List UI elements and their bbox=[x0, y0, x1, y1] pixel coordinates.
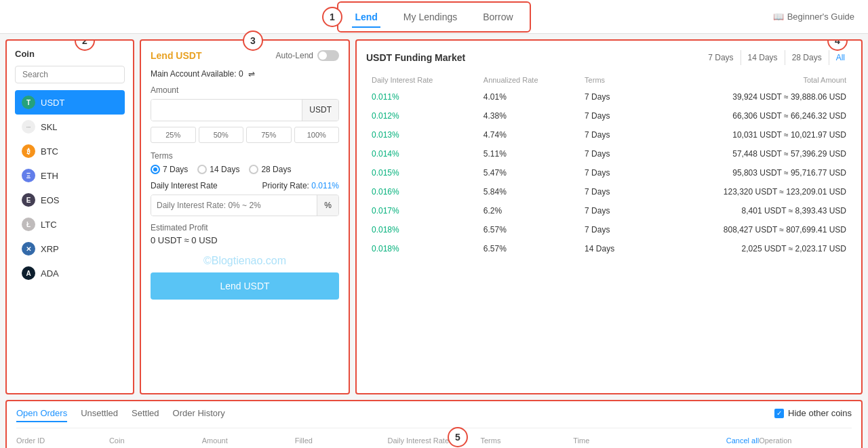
usdt-icon: T bbox=[22, 96, 35, 109]
coin-item-eth[interactable]: Ξ ETH bbox=[15, 163, 125, 188]
interest-label-row: Daily Interest Rate Priority Rate: 0.011… bbox=[151, 181, 339, 190]
terms-cell: 7 Days bbox=[580, 126, 641, 144]
priority-rate-value: 0.011% bbox=[311, 181, 339, 190]
beginner-guide-link[interactable]: 📖 Beginner's Guide bbox=[773, 12, 854, 22]
ada-icon: A bbox=[22, 266, 35, 280]
col-annualized: Annualized Rate bbox=[479, 73, 579, 87]
terms-cell: 7 Days bbox=[580, 183, 641, 201]
annualized-cell: 4.74% bbox=[479, 126, 579, 144]
coin-item-ada[interactable]: A ADA bbox=[15, 261, 125, 285]
table-row[interactable]: 0.014% 5.11% 7 Days 57,448 USDT ≈ 57,396… bbox=[368, 145, 850, 163]
main-account-row: Main Account Available: 0 ⇌ bbox=[151, 69, 339, 79]
coin-name-eos: EOS bbox=[41, 195, 59, 205]
terms-cell: 7 Days bbox=[580, 107, 641, 125]
table-row[interactable]: 0.018% 6.57% 14 Days 2,025 USDT ≈ 2,023.… bbox=[368, 240, 850, 258]
coin-item-skl[interactable]: ··· SKL bbox=[15, 115, 125, 139]
circle-4-badge: 4 bbox=[827, 39, 848, 51]
annualized-cell: 5.11% bbox=[479, 145, 579, 163]
term-14days[interactable]: 14 Days bbox=[197, 165, 239, 174]
auto-lend-toggle[interactable] bbox=[317, 50, 339, 61]
total-cell: 808,427 USDT ≈ 807,699.41 USD bbox=[642, 221, 850, 239]
term-28days[interactable]: 28 Days bbox=[249, 165, 291, 174]
daily-rate-cell: 0.015% bbox=[368, 164, 478, 182]
table-row[interactable]: 0.015% 5.47% 7 Days 95,803 USDT ≈ 95,716… bbox=[368, 164, 850, 182]
table-row[interactable]: 0.012% 4.38% 7 Days 66,306 USDT ≈ 66,246… bbox=[368, 107, 850, 125]
amount-input[interactable] bbox=[151, 100, 302, 121]
tab-my-lendings[interactable]: My Lendings bbox=[401, 6, 460, 28]
top-nav: Lend My Lendings Borrow 1 📖 Beginner's G… bbox=[0, 0, 868, 34]
tab-unsettled[interactable]: Unsettled bbox=[81, 408, 118, 422]
auto-lend-label: Auto-Lend bbox=[276, 51, 313, 60]
amount-label: Amount bbox=[151, 85, 339, 95]
coin-name-xrp: XRP bbox=[41, 244, 59, 254]
annualized-cell: 5.84% bbox=[479, 183, 579, 201]
estimated-profit-label: Estimated Profit bbox=[151, 223, 339, 232]
xrp-icon: ✕ bbox=[22, 242, 35, 256]
interest-rate-input[interactable] bbox=[151, 195, 317, 216]
annualized-cell: 4.38% bbox=[479, 107, 579, 125]
table-row[interactable]: 0.011% 4.01% 7 Days 39,924 USDT ≈ 39,888… bbox=[368, 88, 850, 106]
day-tab-7[interactable]: 7 Days bbox=[701, 50, 741, 65]
daily-rate-cell: 0.012% bbox=[368, 107, 478, 125]
terms-cell: 14 Days bbox=[580, 240, 641, 258]
terms-cell: 7 Days bbox=[580, 202, 641, 220]
table-row[interactable]: 0.018% 6.57% 7 Days 808,427 USDT ≈ 807,6… bbox=[368, 221, 850, 239]
tab-lend[interactable]: Lend bbox=[352, 6, 380, 28]
profit-value: 0 USDT ≈ 0 USD bbox=[151, 235, 339, 245]
coin-item-ltc[interactable]: Ł LTC bbox=[15, 212, 125, 237]
annualized-cell: 6.57% bbox=[479, 240, 579, 258]
radio-7days-dot bbox=[151, 165, 160, 174]
terms-section: Terms 7 Days 14 Days 28 Days bbox=[151, 151, 339, 174]
percent-buttons: 25% 50% 75% 100% bbox=[151, 127, 339, 143]
total-cell: 123,320 USDT ≈ 123,209.01 USD bbox=[642, 183, 850, 201]
hide-coins-checkbox[interactable]: ✓ bbox=[774, 409, 784, 418]
day-tabs: 7 Days 14 Days 28 Days All bbox=[701, 50, 852, 65]
hide-coins-label: Hide other coins bbox=[788, 408, 852, 418]
pct-50-button[interactable]: 50% bbox=[199, 127, 244, 143]
tab-borrow[interactable]: Borrow bbox=[480, 6, 515, 28]
col-terms: Terms bbox=[580, 73, 641, 87]
coin-item-usdt[interactable]: T USDT bbox=[15, 90, 125, 115]
pct-100-button[interactable]: 100% bbox=[294, 127, 340, 143]
market-header: USDT Funding Market 7 Days 14 Days 28 Da… bbox=[366, 50, 852, 65]
coin-panel-title: Coin bbox=[15, 49, 125, 59]
eos-icon: E bbox=[22, 193, 35, 207]
lend-usdt-button[interactable]: Lend USDT bbox=[151, 272, 339, 300]
tab-order-history[interactable]: Order History bbox=[173, 408, 225, 422]
coin-item-eos[interactable]: E EOS bbox=[15, 188, 125, 212]
daily-rate-cell: 0.014% bbox=[368, 145, 478, 163]
total-cell: 10,031 USDT ≈ 10,021.97 USD bbox=[642, 126, 850, 144]
circle-3-badge: 3 bbox=[243, 30, 263, 51]
coin-name-usdt: USDT bbox=[41, 98, 64, 108]
hide-coins-row: ✓ Hide other coins bbox=[774, 408, 852, 418]
search-input[interactable] bbox=[15, 66, 125, 83]
terms-cell: 7 Days bbox=[580, 221, 641, 239]
edit-icon[interactable]: ⇌ bbox=[248, 69, 255, 79]
pct-75-button[interactable]: 75% bbox=[246, 127, 292, 143]
annualized-cell: 5.47% bbox=[479, 164, 579, 182]
pct-25-button[interactable]: 25% bbox=[151, 127, 196, 143]
table-row[interactable]: 0.017% 6.2% 7 Days 8,401 USDT ≈ 8,393.43… bbox=[368, 202, 850, 220]
col-daily-rate: Daily Interest Rate bbox=[368, 73, 478, 87]
radio-group: 7 Days 14 Days 28 Days bbox=[151, 165, 339, 174]
col-terms: Terms bbox=[480, 436, 573, 445]
col-cancel-all[interactable]: Cancel all bbox=[666, 436, 759, 445]
coin-item-xrp[interactable]: ✕ XRP bbox=[15, 237, 125, 261]
tab-open-orders[interactable]: Open Orders bbox=[16, 408, 67, 422]
table-row[interactable]: 0.013% 4.74% 7 Days 10,031 USDT ≈ 10,021… bbox=[368, 126, 850, 144]
col-amount: Amount bbox=[202, 436, 295, 445]
nav-tabs: Lend My Lendings Borrow bbox=[337, 1, 530, 33]
coin-name-skl: SKL bbox=[41, 122, 58, 132]
day-tab-14[interactable]: 14 Days bbox=[741, 50, 785, 65]
day-tab-all[interactable]: All bbox=[829, 50, 852, 65]
day-tab-28[interactable]: 28 Days bbox=[785, 50, 829, 65]
lend-header: Lend USDT Auto-Lend bbox=[151, 50, 339, 61]
coin-panel: 2 Coin T USDT ··· SKL ₿ BTC Ξ ETH E EOS … bbox=[5, 39, 134, 394]
priority-rate-label: Priority Rate: 0.011% bbox=[262, 181, 339, 190]
annualized-cell: 4.01% bbox=[479, 88, 579, 106]
tab-settled[interactable]: Settled bbox=[132, 408, 159, 422]
term-7days[interactable]: 7 Days bbox=[151, 165, 188, 174]
coin-item-btc[interactable]: ₿ BTC bbox=[15, 139, 125, 163]
table-row[interactable]: 0.016% 5.84% 7 Days 123,320 USDT ≈ 123,2… bbox=[368, 183, 850, 201]
market-table: Daily Interest Rate Annualized Rate Term… bbox=[366, 72, 852, 259]
